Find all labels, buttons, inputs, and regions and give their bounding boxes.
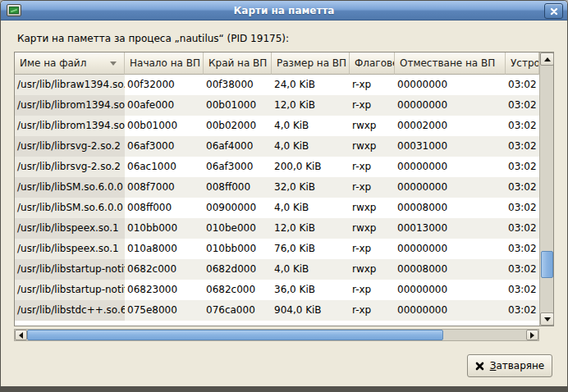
table-cell: 4,0 KiB [272, 198, 350, 218]
table-cell: 00000000 [395, 95, 506, 116]
table-row[interactable]: /usr/lib/librsvg-2.so.206af300006af40004… [15, 136, 539, 157]
arrow-down-icon [544, 317, 551, 321]
scroll-up-button[interactable] [540, 52, 554, 66]
table-cell: 010bb000 [125, 218, 204, 239]
table-cell: 008f7000 [125, 177, 204, 198]
table-row[interactable]: /usr/lib/librom1394.so.000afe00000b01000… [15, 95, 539, 116]
sort-descending-icon [110, 62, 117, 66]
table-cell: /usr/lib/libSM.so.6.0.0 [15, 177, 125, 198]
table-cell: 00b02000 [204, 116, 272, 136]
table-cell: 06af4000 [204, 136, 272, 157]
process-description-label: Карти на паметта за процеса „nautilus“ (… [17, 33, 289, 44]
table-row[interactable]: /usr/lib/librsvg-2.so.206ac100006af30002… [15, 157, 539, 177]
table-cell: 03:02 [506, 157, 539, 177]
table-cell: 00000000 [395, 177, 506, 198]
column-header[interactable]: Устройство [506, 52, 539, 75]
table-cell: 03:02 [506, 300, 539, 321]
vertical-scrollbar[interactable] [539, 52, 553, 326]
table-cell: 32,0 KiB [272, 177, 350, 198]
table-cell: 03:02 [506, 218, 539, 239]
column-header[interactable]: Размер на ВП [272, 52, 350, 75]
window-close-button[interactable] [544, 3, 563, 19]
memory-maps-dialog: Карти на паметта Карти на паметта за про… [0, 0, 568, 392]
table-row[interactable]: /usr/lib/libspeex.so.1010bb000010be00012… [15, 218, 539, 239]
table-cell: 010be000 [204, 218, 272, 239]
table-cell: 00031000 [395, 136, 506, 157]
titlebar[interactable]: Карти на паметта [1, 1, 567, 21]
memory-maps-table: Име на файлНачало на ВПКрай на ВПРазмер … [14, 52, 554, 326]
table-cell: rwxp [350, 116, 395, 136]
table-cell: /usr/lib/libstartup-notification-1.so.0 [15, 259, 125, 280]
table-cell: 00008000 [395, 259, 506, 280]
table-header-row: Име на файлНачало на ВПКрай на ВПРазмер … [15, 52, 539, 75]
close-x-icon [475, 362, 484, 371]
scroll-left-button[interactable] [15, 330, 27, 340]
table-cell: 03:02 [506, 239, 539, 259]
table-cell: r-xp [350, 280, 395, 300]
table-cell: /usr/lib/libspeex.so.1 [15, 239, 125, 259]
table-row[interactable]: /usr/lib/libstdc++.so.6075e8000076ca0009… [15, 300, 539, 321]
table-cell: 008ff000 [125, 198, 204, 218]
table-cell: /usr/lib/librsvg-2.so.2 [15, 136, 125, 157]
table-cell: 075e8000 [125, 300, 204, 321]
table-cell: 03:02 [506, 198, 539, 218]
table-row[interactable]: /usr/lib/librom1394.so.000b0100000b02000… [15, 116, 539, 136]
table-cell: /usr/lib/librsvg-2.so.2 [15, 157, 125, 177]
table-cell: r-xp [350, 75, 395, 95]
table-row[interactable]: /usr/lib/libstartup-notification-1.so.00… [15, 280, 539, 300]
table-cell: 0682c000 [125, 259, 204, 280]
table-body: /usr/lib/libraw1394.so.800f3200000f38000… [15, 75, 539, 321]
scroll-down-button[interactable] [540, 312, 554, 326]
table-cell: r-xp [350, 95, 395, 116]
table-cell: 06ac1000 [125, 157, 204, 177]
horizontal-scrollbar-thumb[interactable] [27, 330, 443, 340]
column-header[interactable]: Име на файл [15, 52, 125, 75]
table-cell: 03:02 [506, 280, 539, 300]
table-cell: 03:02 [506, 259, 539, 280]
table-cell: 00000000 [395, 300, 506, 321]
column-header[interactable]: Отместване на ВП [395, 52, 506, 75]
table-cell: 010a8000 [125, 239, 204, 259]
table-cell: 904,0 KiB [272, 300, 350, 321]
scroll-right-button[interactable] [526, 330, 538, 340]
vertical-scrollbar-thumb[interactable] [541, 251, 553, 278]
table-cell: rwxp [350, 218, 395, 239]
table-row[interactable]: /usr/lib/libspeex.so.1010a8000010bb00076… [15, 239, 539, 259]
arrow-up-icon [544, 57, 551, 62]
table-cell: 03:02 [506, 95, 539, 116]
table-cell: r-xp [350, 300, 395, 321]
table-cell: rwxp [350, 198, 395, 218]
table-cell: 00000000 [395, 280, 506, 300]
table-cell: 076ca000 [204, 300, 272, 321]
column-header[interactable]: Начало на ВП [125, 52, 204, 75]
close-button-label: Затваряне [490, 360, 545, 371]
table-cell: 03:02 [506, 177, 539, 198]
table-cell: 00afe000 [125, 95, 204, 116]
table-cell: 00b01000 [204, 95, 272, 116]
table-cell: /usr/lib/libstartup-notification-1.so.0 [15, 280, 125, 300]
table-cell: 12,0 KiB [272, 95, 350, 116]
table-cell: 00000000 [395, 157, 506, 177]
table-row[interactable]: /usr/lib/libstartup-notification-1.so.00… [15, 259, 539, 280]
table-row[interactable]: /usr/lib/libSM.so.6.0.0008ff000009000004… [15, 198, 539, 218]
table-cell: 00b01000 [125, 116, 204, 136]
close-dialog-button[interactable]: Затваряне [467, 354, 552, 377]
table-cell: 03:02 [506, 75, 539, 95]
table-cell: 200,0 KiB [272, 157, 350, 177]
table-cell: rwxp [350, 259, 395, 280]
arrow-left-icon [19, 332, 23, 339]
table-cell: 06823000 [125, 280, 204, 300]
table-cell: /usr/lib/libraw1394.so.8 [15, 75, 125, 95]
horizontal-scrollbar[interactable] [14, 329, 539, 341]
table-cell: r-xp [350, 239, 395, 259]
table-cell: 06af3000 [125, 136, 204, 157]
table-cell: /usr/lib/librom1394.so.0 [15, 95, 125, 116]
table-row[interactable]: /usr/lib/libraw1394.so.800f3200000f38000… [15, 75, 539, 95]
table-cell: 008ff000 [204, 177, 272, 198]
column-header[interactable]: Флагове [350, 52, 395, 75]
table-cell: 4,0 KiB [272, 136, 350, 157]
table-row[interactable]: /usr/lib/libSM.so.6.0.0008f7000008ff0003… [15, 177, 539, 198]
table-cell: 03:02 [506, 116, 539, 136]
column-header[interactable]: Край на ВП [204, 52, 272, 75]
table-cell: r-xp [350, 177, 395, 198]
